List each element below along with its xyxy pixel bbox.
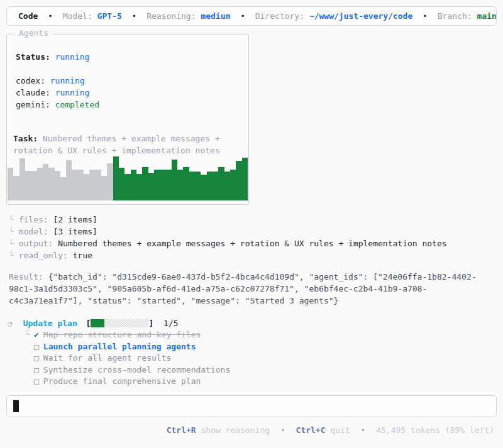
param-output: └ output: Numbered themes + example mess…	[9, 238, 503, 249]
shortcut-label: quit	[330, 425, 350, 435]
text-cursor	[13, 400, 19, 412]
plan-item-label: Wait for all agent results	[43, 353, 172, 363]
model-value: GPT-5	[97, 11, 122, 21]
agent-row-claude: claude: running	[16, 88, 89, 97]
checkbox-icon: ✔	[34, 330, 39, 339]
result-block: Result: {"batch_id": "d315cde9-6ae0-437d…	[9, 271, 494, 307]
agent-name: claude:	[16, 88, 50, 97]
token-count: 45,495 tokens (89% left)	[376, 425, 494, 435]
plan-item-label: Launch parallel planning agents	[43, 342, 196, 351]
tree-branch-icon: └	[9, 251, 14, 260]
param-key: output:	[19, 239, 53, 248]
agent-name: gemini:	[16, 100, 50, 109]
branch-value: main	[477, 11, 496, 21]
plan-item-label: Produce final comprehensive plan	[43, 376, 201, 386]
checkbox-icon: □	[34, 376, 39, 386]
param-read-only: └ read_only: true	[9, 249, 503, 261]
reasoning-label: Reasoning:	[146, 11, 196, 21]
branch-label: Branch:	[438, 11, 472, 21]
plan-item-0: └✔Map repo structure and key files	[25, 329, 503, 341]
tree-branch-icon: └	[9, 215, 14, 224]
param-key: files:	[19, 215, 48, 224]
plan-item-label: Synthesize cross-model recommendations	[43, 365, 230, 374]
agents-panel: Agents Status: running codex: running cl…	[6, 34, 249, 205]
plan-title: Update plan	[23, 319, 77, 328]
separator-bullet: •	[132, 11, 137, 21]
model-label: Model:	[63, 11, 92, 21]
progress-bracket-open: [	[86, 319, 91, 328]
checkbox-icon: □	[34, 342, 39, 351]
shortcut-key: Ctrl+R	[167, 425, 196, 435]
agents-status-line: Status: running	[16, 52, 89, 62]
agent-row-codex: codex: running	[16, 76, 85, 85]
separator-bullet: •	[280, 425, 285, 435]
plan-progress-remaining	[104, 319, 148, 327]
plan-item-1: □Launch parallel planning agents	[25, 341, 503, 353]
plan-header: ◔ Update plan [] 1/5	[6, 317, 503, 329]
status-bar: Code • Model: GPT-5 • Reasoning: medium …	[6, 6, 497, 26]
plan-item-3: □Synthesize cross-model recommendations	[25, 364, 503, 376]
plan-item-label: Map repo structure and key files	[43, 330, 201, 339]
agent-state: running	[50, 76, 85, 85]
task-label: Task:	[13, 134, 38, 143]
plan-block: ◔ Update plan [] 1/5 └✔Map repo structur…	[6, 317, 503, 388]
tree-branch-icon: └	[9, 239, 14, 248]
app-name: Code	[18, 11, 38, 21]
message-input[interactable]	[6, 395, 497, 417]
param-value: true	[73, 251, 92, 260]
plan-item-4: □Produce final comprehensive plan	[25, 376, 503, 388]
agent-row-gemini: gemini: completed	[16, 100, 99, 109]
result-json: {"batch_id": "d315cde9-6ae0-437d-b5f2-4b…	[9, 272, 477, 305]
param-key: model:	[19, 227, 48, 236]
tool-params: └ files: [2 items] └ model: [3 items] └ …	[9, 214, 503, 261]
param-key: read_only:	[19, 251, 68, 260]
footer-bar: Ctrl+R show reasoning • Ctrl+C quit • 45…	[0, 425, 494, 435]
separator-bullet: •	[240, 11, 245, 21]
shortcut-key: Ctrl+C	[296, 425, 326, 435]
separator-bullet: •	[423, 11, 428, 21]
tree-branch-icon: └	[25, 329, 34, 341]
directory-label: Directory:	[255, 11, 304, 21]
agents-task-line: Task: Numbered themes + example messages…	[13, 133, 243, 156]
directory-value: ~/www/just-every/code	[309, 11, 412, 21]
clock-icon: ◔	[8, 319, 13, 328]
separator-bullet: •	[361, 425, 366, 435]
param-value: [2 items]	[53, 215, 97, 224]
plan-items: └✔Map repo structure and key files □Laun…	[25, 329, 503, 388]
status-label: Status:	[16, 52, 50, 62]
separator-bullet: •	[48, 11, 53, 21]
param-model: └ model: [3 items]	[9, 226, 503, 238]
param-value: Numbered themes + example messages + rot…	[58, 239, 446, 248]
shortcut-label: show reasoning	[201, 425, 270, 435]
agent-name: codex:	[16, 76, 45, 85]
plan-item-2: □Wait for all agent results	[25, 352, 503, 364]
checkbox-icon: □	[34, 353, 39, 363]
reasoning-value: medium	[201, 11, 230, 21]
checkbox-icon: □	[34, 365, 39, 374]
agent-state: completed	[55, 100, 99, 109]
progress-bracket-close: ]	[148, 319, 153, 328]
plan-progress-fill	[91, 319, 104, 327]
agents-panel-title: Agents	[14, 28, 53, 38]
agent-sparkline	[8, 154, 248, 200]
task-text: Numbered themes + example messages + rot…	[13, 134, 220, 155]
param-files: └ files: [2 items]	[9, 214, 503, 226]
agent-state: running	[55, 88, 90, 97]
tree-branch-icon: └	[9, 227, 14, 236]
result-label: Result:	[9, 272, 43, 281]
status-value: running	[55, 52, 90, 62]
plan-progress-count: 1/5	[163, 319, 178, 328]
param-value: [3 items]	[53, 227, 97, 236]
